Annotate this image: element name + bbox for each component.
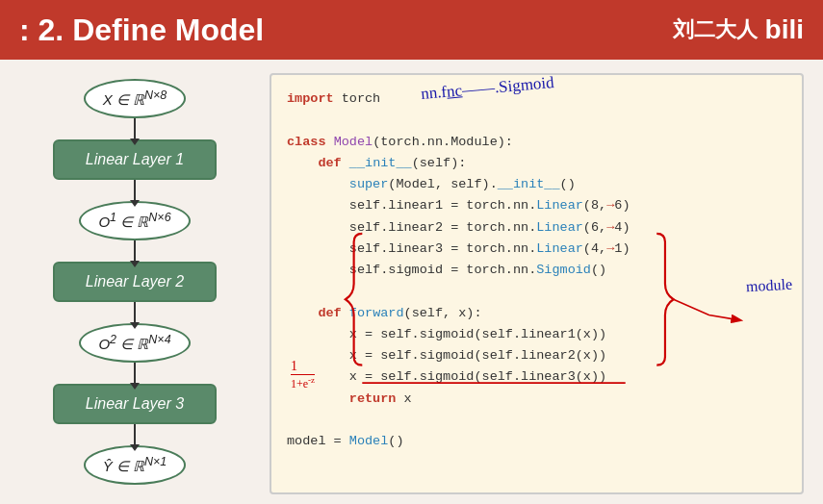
arrow-6: [134, 424, 136, 445]
arrow-1: [134, 118, 136, 139]
brand: 刘二大人 bili: [673, 14, 804, 45]
arrow-4: [134, 302, 136, 323]
output2-node: O2 ∈ ℝN×4: [79, 323, 190, 363]
code-container: nn.fnc——.Sigmoid import torch class Mode…: [270, 73, 804, 494]
arrow-2: [134, 180, 136, 201]
flow-diagram: X ∈ ℝN×8 Linear Layer 1 O1 ∈ ℝN×6 Linear…: [19, 69, 250, 494]
brand-text: 刘二大人: [673, 15, 758, 44]
input-node: X ∈ ℝN×8: [84, 79, 187, 118]
linear3-node: Linear Layer 3: [53, 384, 217, 424]
output1-node: O1 ∈ ℝN×6: [79, 201, 190, 240]
linear1-node: Linear Layer 1: [53, 139, 217, 180]
arrow-3: [134, 240, 136, 262]
arrow-5: [134, 363, 136, 384]
main-content: X ∈ ℝN×8 Linear Layer 1 O1 ∈ ℝN×6 Linear…: [0, 60, 823, 504]
bilibili-logo: bili: [765, 14, 804, 45]
linear2-node: Linear Layer 2: [53, 262, 217, 302]
output3-node: Ŷ ∈ ℝN×1: [84, 445, 187, 485]
page-title: : 2. Define Model: [19, 13, 264, 48]
header: : 2. Define Model 刘二大人 bili: [0, 0, 823, 60]
code-block: import torch class Model(torch.nn.Module…: [287, 88, 786, 453]
